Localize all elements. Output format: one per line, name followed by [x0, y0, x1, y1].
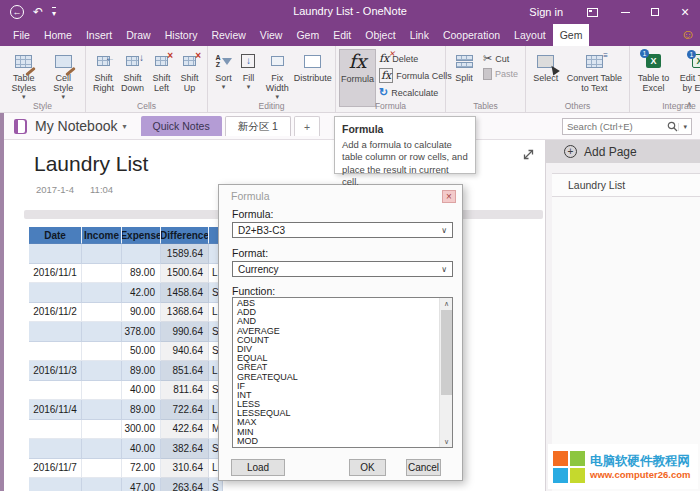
table-row[interactable]: 1589.64: [29, 244, 223, 264]
table-cell-income[interactable]: [82, 400, 122, 420]
table-cell-expense[interactable]: 50.00: [122, 342, 161, 362]
table-cell-difference[interactable]: 990.64: [161, 322, 209, 342]
table-cell-date[interactable]: 2016/11/1: [29, 264, 82, 284]
table-cell-expense[interactable]: 378.00: [122, 322, 161, 342]
table-cell-difference[interactable]: 1368.64: [161, 303, 209, 323]
formula-button[interactable]: Formula: [339, 49, 376, 107]
search-scope-dropdown-icon[interactable]: [678, 123, 691, 131]
table-cell-difference[interactable]: 1500.64: [161, 264, 209, 284]
table-row[interactable]: 40.00811.64S: [29, 381, 223, 401]
menu-tab-view[interactable]: View: [253, 24, 290, 46]
function-listbox[interactable]: ABSADDANDAVERAGECOUNTDIVEQUALGREATGREATE…: [232, 297, 453, 448]
table-row[interactable]: 300.00422.64M: [29, 420, 223, 440]
table-cell-income[interactable]: [82, 381, 122, 401]
table-cell-income[interactable]: [82, 420, 122, 440]
table-cell-date[interactable]: [29, 439, 82, 459]
fix-width-button[interactable]: Fix Width: [261, 49, 294, 101]
distribute-button[interactable]: Distribute: [294, 49, 332, 101]
table-cell-expense[interactable]: 90.00: [122, 303, 161, 323]
table-cell-difference[interactable]: 940.64: [161, 342, 209, 362]
function-item[interactable]: ABS: [233, 299, 439, 308]
convert-table-to-text-button[interactable]: ≡ Convert Table to Text: [563, 49, 626, 101]
ribbon-display-options-icon[interactable]: [587, 8, 598, 17]
function-item[interactable]: MUL: [233, 446, 439, 448]
table-row[interactable]: 378.00990.64S: [29, 322, 223, 342]
paste-button[interactable]: Paste: [483, 68, 518, 80]
select-button[interactable]: Select: [529, 49, 563, 101]
delete-formula-button[interactable]: Delete: [379, 52, 452, 65]
table-cell-date[interactable]: [29, 244, 82, 264]
table-header-row[interactable]: Date Income Expense Difference: [29, 227, 223, 244]
menu-tab-history[interactable]: History: [158, 24, 205, 46]
menu-tab-home[interactable]: Home: [37, 24, 79, 46]
back-icon[interactable]: [10, 5, 24, 19]
maximize-button[interactable]: [640, 0, 670, 24]
function-item[interactable]: MIN: [233, 428, 439, 437]
format-combobox[interactable]: Currency: [232, 261, 453, 277]
load-button[interactable]: Load: [231, 459, 285, 476]
function-item[interactable]: MOD: [233, 437, 439, 446]
search-input[interactable]: [563, 121, 667, 132]
table-cell-income[interactable]: [82, 322, 122, 342]
menu-tab-cooperation[interactable]: Cooperation: [436, 24, 507, 46]
new-section-button[interactable]: +: [294, 116, 320, 136]
formula-cells-button[interactable]: Formula Cells: [379, 68, 452, 83]
table-row[interactable]: 2016/11/189.001500.64L: [29, 264, 223, 284]
page-list-item[interactable]: Laundry List: [552, 174, 700, 197]
shift-left-button[interactable]: Shift Left: [147, 49, 176, 101]
table-cell-expense[interactable]: 47.00: [122, 478, 161, 491]
table-cell-difference[interactable]: 722.64: [161, 400, 209, 420]
table-cell-date[interactable]: [29, 322, 82, 342]
table-cell-date[interactable]: [29, 478, 82, 491]
table-cell-expense[interactable]: 300.00: [122, 420, 161, 440]
cut-button[interactable]: Cut: [483, 52, 518, 65]
table-cell-date[interactable]: 2016/11/2: [29, 303, 82, 323]
sign-in-button[interactable]: Sign in: [517, 6, 575, 18]
menu-tab-file[interactable]: File: [6, 24, 37, 46]
menu-tab-draw[interactable]: Draw: [119, 24, 158, 46]
scroll-down-icon[interactable]: [440, 436, 453, 447]
scroll-up-icon[interactable]: [440, 298, 453, 309]
dialog-close-icon[interactable]: [442, 190, 456, 203]
scrollbar-thumb[interactable]: [441, 310, 452, 395]
column-header-income[interactable]: Income: [82, 227, 122, 244]
function-item[interactable]: LESSEQUAL: [233, 409, 439, 418]
ok-button[interactable]: OK: [349, 459, 386, 476]
table-cell-expense[interactable]: 72.00: [122, 459, 161, 479]
table-cell-expense[interactable]: 40.00: [122, 439, 161, 459]
table-cell-expense[interactable]: 40.00: [122, 381, 161, 401]
collapse-ribbon-icon[interactable]: [686, 100, 692, 109]
table-cell-date[interactable]: 2016/11/7: [29, 459, 82, 479]
menu-tab-edit[interactable]: Edit: [326, 24, 358, 46]
split-button[interactable]: Split: [449, 49, 479, 101]
table-cell-income[interactable]: [82, 303, 122, 323]
function-item[interactable]: COUNT: [233, 336, 439, 345]
formula-combobox[interactable]: D2+B3-C3: [232, 222, 453, 238]
shift-right-button[interactable]: ← Shift Right: [89, 49, 118, 101]
table-cell-income[interactable]: [82, 244, 122, 264]
table-row[interactable]: 2016/11/489.00722.64L: [29, 400, 223, 420]
section-tab-new-section[interactable]: 新分区 1: [225, 116, 291, 136]
table-cell-date[interactable]: [29, 342, 82, 362]
table-cell-difference[interactable]: 422.64: [161, 420, 209, 440]
cancel-button[interactable]: Cancel: [406, 459, 441, 476]
shift-down-button[interactable]: ↓ Shift Down: [118, 49, 147, 101]
table-cell-difference[interactable]: 263.64: [161, 478, 209, 491]
menu-tab-link[interactable]: Link: [403, 24, 436, 46]
table-cell-expense[interactable]: 42.00: [122, 283, 161, 303]
function-item[interactable]: MAX: [233, 418, 439, 427]
laundry-table[interactable]: Date Income Expense Difference 1589.6420…: [29, 227, 223, 491]
table-cell-income[interactable]: [82, 439, 122, 459]
chevron-down-icon[interactable]: [441, 226, 447, 235]
sort-button[interactable]: AZ Sort: [211, 49, 236, 101]
table-cell-expense[interactable]: 89.00: [122, 264, 161, 284]
table-cell-income[interactable]: [82, 264, 122, 284]
function-item[interactable]: INT: [233, 391, 439, 400]
table-row[interactable]: 2016/11/290.001368.64L: [29, 303, 223, 323]
notebook-dropdown[interactable]: My Notebook: [35, 118, 117, 134]
function-item[interactable]: ADD: [233, 308, 439, 317]
table-cell-income[interactable]: [82, 283, 122, 303]
table-cell-difference[interactable]: 811.64: [161, 381, 209, 401]
table-cell-difference[interactable]: 851.64: [161, 361, 209, 381]
fill-button[interactable]: ↓ Fill: [236, 49, 261, 101]
